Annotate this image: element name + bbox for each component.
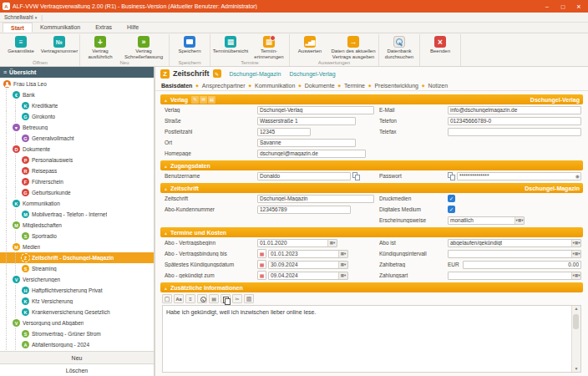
- calendar-icon[interactable]: [257, 271, 266, 280]
- ribbon-button[interactable]: Vertrag Schnellerfassung: [119, 34, 168, 59]
- magazine-link[interactable]: Dschungel-Magazin: [230, 71, 281, 77]
- ribbon-button[interactable]: Daten des aktuellen Vertrags ausgeben: [329, 34, 378, 59]
- cut-icon[interactable]: [232, 294, 242, 303]
- tab-preisentwicklung[interactable]: Preisentwicklung: [374, 83, 418, 89]
- minimize-icon[interactable]: [540, 2, 554, 11]
- tree-item[interactable]: FFührerschein: [0, 176, 154, 187]
- ribbon-button[interactable]: Speichern: [170, 34, 209, 59]
- tree-item[interactable]: SStromvertrag - Grüner Strom: [0, 328, 154, 339]
- telefon-input[interactable]: [448, 117, 581, 125]
- publisher-link[interactable]: Dschungel-Verlag: [289, 71, 335, 77]
- delete-button[interactable]: Löschen: [0, 363, 154, 376]
- chevron-down-icon[interactable]: ▾: [571, 240, 580, 246]
- kuendigungsintervall-value[interactable]: [448, 250, 581, 258]
- tab-notizen[interactable]: Notizen: [428, 83, 448, 89]
- homepage-input[interactable]: [257, 150, 366, 158]
- print-icon[interactable]: [208, 96, 215, 104]
- tree-item[interactable]: SStreaming: [0, 263, 154, 274]
- edit-icon[interactable]: [213, 69, 221, 78]
- menu-tab-extras[interactable]: Extras: [88, 23, 119, 33]
- calendar-icon[interactable]: [257, 249, 266, 258]
- abo-ist-value[interactable]: [448, 239, 581, 247]
- kuendigungsintervall-select[interactable]: ▾: [448, 250, 581, 258]
- maximize-icon[interactable]: [556, 2, 570, 11]
- ribbon-button[interactable]: Terminübersicht: [211, 34, 250, 59]
- tree-item[interactable]: Frau Lisa Leo: [0, 79, 154, 89]
- quick-access-label[interactable]: Schnellwahl: [4, 14, 33, 20]
- verlag-input[interactable]: [257, 106, 374, 114]
- calendar-picker-icon[interactable]: [327, 240, 337, 246]
- tree-item[interactable]: VVersorgung und Abgaben: [0, 318, 154, 328]
- email-input[interactable]: [448, 106, 581, 114]
- ribbon-button[interactable]: Beenden: [421, 34, 459, 59]
- ribbon-button[interactable]: Termin-erinnerungen: [250, 34, 288, 59]
- gekuendigt-input[interactable]: [268, 272, 348, 280]
- fullscreen-icon[interactable]: [162, 294, 172, 303]
- tree-item[interactable]: ♥Betreuung: [0, 122, 154, 133]
- zahlungsart-select[interactable]: ▾: [448, 272, 581, 280]
- tree-item[interactable]: ZZeitschrift - Dschungel-Magazin: [0, 252, 154, 263]
- new-button[interactable]: Neu: [0, 351, 154, 363]
- scroll-down-icon[interactable]: ▼: [575, 367, 579, 371]
- list-icon[interactable]: [185, 294, 195, 303]
- tree-item[interactable]: HHaftpflichtversicherung Privat: [0, 285, 154, 296]
- ribbon-button[interactable]: Auswerten: [291, 34, 329, 59]
- erscheinungsweise-select[interactable]: ▾: [448, 216, 525, 225]
- druckmedien-checkbox[interactable]: [448, 195, 455, 202]
- ribbon-button[interactable]: Gesamtliste: [2, 34, 40, 59]
- digitales-medium-checkbox[interactable]: [448, 206, 455, 213]
- tree-item[interactable]: €Bank: [0, 89, 154, 100]
- tree-item[interactable]: GGirokonto: [0, 111, 154, 122]
- tree-item[interactable]: KKreditkarte: [0, 100, 154, 111]
- tab-termine[interactable]: Termine: [344, 83, 365, 89]
- ribbon-button[interactable]: Vertragsnummer: [40, 34, 79, 59]
- eye-icon[interactable]: [575, 172, 580, 180]
- tree-item[interactable]: MMedien: [0, 241, 154, 252]
- menu-tab-start[interactable]: Start: [3, 23, 33, 33]
- ribbon-button[interactable]: Datenbank durchsuchen: [380, 34, 418, 59]
- calendar-picker-icon[interactable]: [338, 262, 347, 268]
- vertragsbeginn-input[interactable]: [257, 239, 337, 247]
- plz-input[interactable]: [257, 128, 311, 136]
- chevron-down-icon[interactable]: [35, 14, 38, 20]
- calendar-picker-icon[interactable]: [338, 272, 347, 279]
- tree-item[interactable]: GGeneralvollmacht: [0, 133, 154, 144]
- tree-item[interactable]: PPersonalausweis: [0, 155, 154, 165]
- chevron-down-icon[interactable]: ▾: [571, 272, 580, 279]
- notes-editor[interactable]: Habe ich gekündigt, weil ich inzwischen …: [162, 305, 581, 373]
- tree-item[interactable]: SSportradio: [0, 231, 154, 241]
- tab-basisdaten[interactable]: Basisdaten: [161, 83, 192, 89]
- copy-icon[interactable]: [448, 172, 455, 180]
- chevron-down-icon[interactable]: ▾: [514, 217, 524, 224]
- zahlbetrag-input[interactable]: [463, 261, 581, 269]
- chevron-down-icon[interactable]: ▾: [571, 251, 580, 257]
- kuendigungsdatum-input[interactable]: [268, 261, 348, 269]
- zeitschrift-input[interactable]: [257, 195, 374, 203]
- edit-icon[interactable]: [191, 96, 199, 104]
- tree-item[interactable]: AAbfallentsorgung - 2024: [0, 339, 154, 350]
- benutzername-input[interactable]: [257, 172, 351, 180]
- menu-tab-kommunikation[interactable]: Kommunikation: [33, 23, 88, 33]
- copy-icon[interactable]: [220, 294, 231, 303]
- kundennummer-input[interactable]: [257, 206, 351, 214]
- tree-item[interactable]: KKrankenversicherung Gesetzlich: [0, 307, 154, 318]
- zahlungsart-value[interactable]: [448, 272, 581, 280]
- search-icon[interactable]: [197, 294, 207, 303]
- tab-kommunikation[interactable]: Kommunikation: [255, 83, 295, 89]
- paste-icon[interactable]: [244, 294, 254, 303]
- tree-item[interactable]: VVersicherungen: [0, 274, 154, 285]
- ribbon-button[interactable]: Vertrag ausführlich: [81, 34, 119, 59]
- menu-tab-hilfe[interactable]: Hilfe: [119, 23, 146, 33]
- tree-item[interactable]: KKommunikation: [0, 198, 154, 209]
- mail-icon[interactable]: [200, 96, 207, 104]
- calendar-picker-icon[interactable]: [338, 251, 347, 257]
- scrollbar-thumb[interactable]: [573, 314, 579, 329]
- tree-item[interactable]: MMitgliedschaften: [0, 220, 154, 231]
- vertragsbindung-input[interactable]: [268, 250, 348, 258]
- strasse-input[interactable]: [257, 117, 356, 125]
- tab-ansprechpartner[interactable]: Ansprechpartner: [202, 83, 246, 89]
- abo-ist-select[interactable]: ▾: [448, 239, 581, 247]
- tree-item[interactable]: GGeburtsurkunde: [0, 187, 154, 198]
- ort-input[interactable]: [257, 139, 356, 147]
- tab-dokumente[interactable]: Dokumente: [305, 83, 335, 89]
